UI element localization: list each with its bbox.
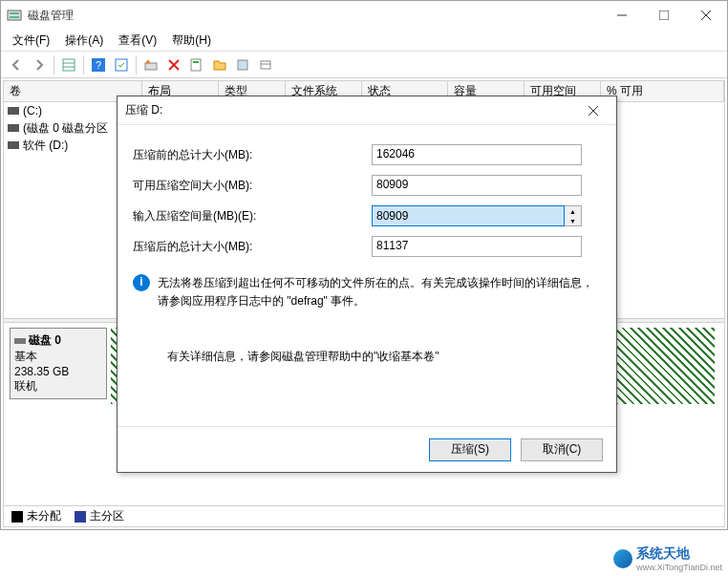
menu-help[interactable]: 帮助(H)	[164, 31, 219, 51]
minimize-button[interactable]	[601, 1, 643, 30]
dialog-titlebar: 压缩 D:	[118, 96, 616, 125]
legend: 未分配 主分区	[4, 505, 724, 526]
back-icon[interactable]	[5, 54, 28, 75]
svg-rect-12	[116, 59, 127, 71]
spin-up-button[interactable]: ▲	[565, 206, 581, 216]
disk-info-block[interactable]: 磁盘 0 基本 238.35 GB 联机	[10, 328, 107, 399]
properties-icon[interactable]	[185, 54, 208, 75]
svg-rect-18	[193, 61, 199, 63]
disk-size: 238.35 GB	[14, 365, 102, 378]
svg-point-14	[146, 60, 150, 64]
field-total-before: 162046	[372, 144, 582, 165]
volume-icon	[8, 107, 19, 115]
toolbar: ?	[1, 52, 727, 78]
shrink-dialog: 压缩 D: 压缩前的总计大小(MB): 162046 可用压缩空间大小(MB):…	[117, 96, 617, 473]
watermark-text-en: www.XiTongTianDi.net	[636, 563, 722, 572]
window-title: 磁盘管理	[28, 8, 601, 24]
volume-icon	[8, 141, 19, 149]
menu-file[interactable]: 文件(F)	[5, 31, 57, 51]
view-list-icon[interactable]	[57, 54, 80, 75]
volume-name: (磁盘 0 磁盘分区	[23, 120, 108, 137]
wizard-icon[interactable]	[139, 54, 162, 75]
info-icon: i	[133, 274, 150, 291]
dialog-close-button[interactable]	[578, 97, 609, 124]
svg-rect-20	[261, 61, 270, 69]
volume-name: (C:)	[23, 104, 42, 117]
svg-rect-22	[14, 338, 26, 344]
col-pctfree[interactable]: % 可用	[601, 81, 724, 101]
disk-name: 磁盘 0	[29, 332, 61, 349]
settings-icon[interactable]	[231, 54, 254, 75]
legend-label: 主分区	[90, 508, 124, 524]
menu-action[interactable]: 操作(A)	[57, 31, 111, 51]
volume-name: 软件 (D:)	[23, 138, 68, 154]
dialog-title: 压缩 D:	[125, 102, 578, 118]
label-available: 可用压缩空间大小(MB):	[133, 178, 372, 194]
svg-rect-2	[10, 16, 19, 18]
svg-rect-7	[63, 59, 75, 71]
legend-swatch-primary	[75, 511, 86, 523]
label-total-after: 压缩后的总计大小(MB):	[133, 239, 372, 255]
legend-label: 未分配	[27, 508, 61, 524]
titlebar: 磁盘管理	[1, 1, 727, 30]
folder-icon[interactable]	[208, 54, 231, 75]
info-text-2: 有关详细信息，请参阅磁盘管理帮助中的"收缩基本卷"	[167, 349, 601, 365]
label-total-before: 压缩前的总计大小(MB):	[133, 147, 372, 163]
disk-icon	[14, 335, 26, 347]
list-view-icon[interactable]	[254, 54, 277, 75]
svg-rect-19	[238, 60, 247, 70]
close-button[interactable]	[685, 1, 727, 30]
svg-rect-1	[10, 12, 19, 14]
field-total-after: 81137	[372, 236, 582, 257]
svg-rect-17	[191, 59, 201, 71]
watermark-icon	[613, 549, 632, 568]
svg-rect-13	[145, 63, 157, 70]
forward-icon[interactable]	[28, 54, 51, 75]
maximize-button[interactable]	[643, 1, 685, 30]
svg-rect-4	[659, 11, 669, 20]
refresh-icon[interactable]	[110, 54, 133, 75]
shrink-button[interactable]: 压缩(S)	[429, 438, 511, 461]
menu-view[interactable]: 查看(V)	[111, 31, 164, 51]
help-icon[interactable]: ?	[87, 54, 110, 75]
volume-icon	[8, 124, 19, 132]
field-available: 80909	[372, 175, 582, 196]
label-shrink-amount: 输入压缩空间量(MB)(E):	[133, 208, 372, 224]
disk-type: 基本	[14, 349, 102, 365]
shrink-amount-input[interactable]	[372, 205, 565, 226]
legend-swatch-unallocated	[11, 511, 23, 523]
delete-icon[interactable]	[162, 54, 185, 75]
info-text: 无法将卷压缩到超出任何不可移动的文件所在的点。有关完成该操作时间的详细信息，请参…	[158, 274, 601, 310]
watermark-text-cn: 系统天地	[636, 545, 690, 561]
cancel-button[interactable]: 取消(C)	[521, 438, 603, 461]
spin-down-button[interactable]: ▼	[565, 216, 581, 225]
disk-management-icon	[7, 8, 22, 23]
disk-status: 联机	[14, 378, 102, 395]
svg-rect-0	[8, 11, 21, 20]
svg-text:?: ?	[96, 59, 101, 71]
watermark: 系统天地 www.XiTongTianDi.net	[613, 545, 722, 572]
menubar: 文件(F) 操作(A) 查看(V) 帮助(H)	[1, 30, 727, 51]
